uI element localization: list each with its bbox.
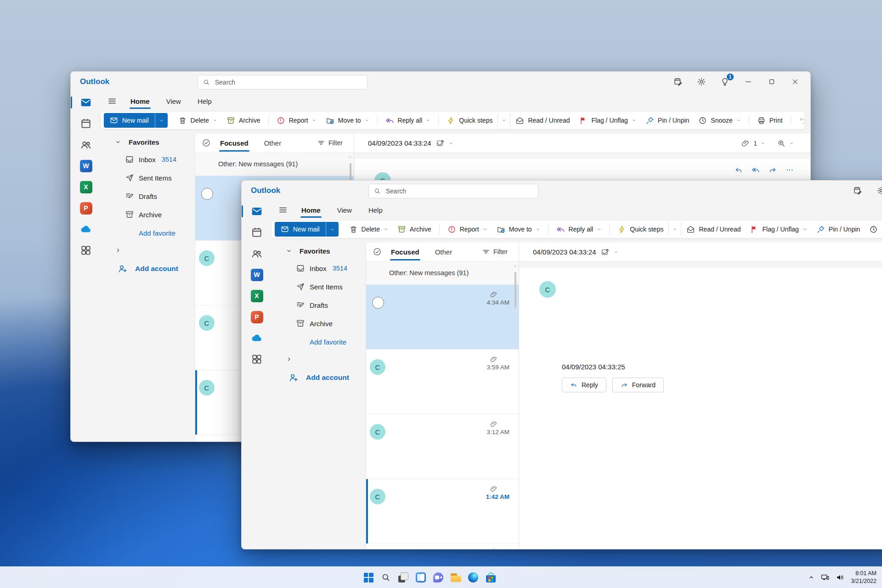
chevron-down-icon[interactable] — [449, 141, 453, 146]
reply-all-icon[interactable] — [752, 166, 760, 174]
message-row[interactable]: C 3:59 AM — [366, 350, 519, 414]
pin-unpin-button[interactable]: Pin / Unpin — [641, 113, 693, 127]
tab-focused[interactable]: Focused — [219, 138, 249, 148]
task-view-icon[interactable] — [398, 572, 409, 583]
folder-inbox[interactable]: Inbox 3514 — [272, 259, 366, 277]
quick-steps-button[interactable]: Quick steps — [613, 222, 667, 236]
hamburger-menu-button[interactable] — [107, 96, 117, 106]
favorites-header[interactable]: Favorites — [101, 134, 195, 150]
menu-home[interactable]: Home — [130, 96, 151, 107]
move-to-button[interactable]: Move to — [492, 222, 544, 236]
sender-avatar[interactable]: C — [199, 315, 215, 331]
reply-button[interactable]: Reply — [562, 378, 606, 392]
new-mail-button[interactable]: New mail — [104, 113, 168, 128]
delete-button[interactable]: Delete — [345, 222, 392, 236]
new-mail-dropdown-chevron[interactable] — [326, 222, 339, 237]
sender-avatar[interactable]: C — [199, 250, 215, 266]
flag-unflag-button[interactable]: Flag / Unflag — [575, 113, 640, 127]
widgets-icon[interactable] — [415, 572, 426, 583]
quick-steps-dropdown-chevron[interactable] — [498, 113, 510, 127]
add-favorite-link[interactable]: Add favorite — [272, 333, 366, 351]
rail-people-icon[interactable] — [242, 243, 272, 264]
search-field[interactable] — [385, 187, 533, 195]
snooze-button[interactable]: Snooze — [694, 113, 745, 127]
menu-view[interactable]: View — [336, 204, 353, 216]
message-row-partial[interactable]: C — [366, 544, 519, 549]
archive-button[interactable]: Archive — [393, 222, 435, 236]
flag-unflag-button[interactable]: Flag / Unflag — [746, 222, 811, 236]
add-favorite-link[interactable]: Add favorite — [101, 224, 195, 242]
menu-view[interactable]: View — [165, 96, 182, 107]
rail-excel-icon[interactable]: X — [71, 176, 101, 198]
menu-help[interactable]: Help — [197, 96, 213, 107]
search-field[interactable] — [214, 78, 362, 86]
select-all-icon[interactable] — [202, 138, 211, 147]
quick-steps-dropdown-chevron[interactable] — [668, 222, 681, 236]
folder-drafts[interactable]: Drafts — [101, 187, 195, 205]
message-row-selected[interactable]: 4:34 AM — [366, 285, 519, 350]
rail-powerpoint-icon[interactable]: P — [71, 198, 101, 219]
tab-other[interactable]: Other — [434, 247, 453, 257]
favorites-header[interactable]: Favorites — [272, 243, 366, 259]
expand-folders-chevron[interactable] — [101, 242, 195, 259]
forward-icon[interactable] — [769, 166, 777, 174]
menu-home[interactable]: Home — [300, 204, 322, 216]
inbox-check-icon[interactable] — [601, 248, 609, 256]
archive-button[interactable]: Archive — [222, 113, 265, 127]
close-button[interactable] — [790, 77, 800, 87]
attachment-paperclip-icon[interactable] — [741, 139, 750, 147]
delete-button[interactable]: Delete — [174, 113, 221, 127]
select-all-icon[interactable] — [373, 247, 382, 256]
zoom-icon[interactable] — [777, 139, 786, 147]
add-account-button[interactable]: Add account — [101, 259, 195, 279]
folder-sent-items[interactable]: Sent Items — [272, 277, 366, 296]
network-icon[interactable] — [820, 573, 830, 582]
volume-icon[interactable] — [836, 573, 845, 582]
more-actions-icon[interactable] — [786, 166, 794, 174]
other-messages-banner[interactable]: Other: New messages (91) — [195, 153, 354, 176]
rail-excel-icon[interactable]: X — [242, 285, 272, 306]
tips-lightbulb-icon[interactable]: 1 — [720, 77, 730, 87]
inbox-check-icon[interactable] — [436, 139, 444, 147]
sender-avatar[interactable]: C — [370, 424, 385, 440]
reply-all-button[interactable]: Reply all — [381, 113, 435, 127]
rail-people-icon[interactable] — [71, 134, 101, 155]
read-unread-button[interactable]: Read / Unread — [511, 113, 574, 127]
folder-inbox[interactable]: Inbox 3514 — [101, 150, 195, 169]
chevron-down-icon[interactable] — [761, 141, 765, 146]
tab-other[interactable]: Other — [263, 138, 283, 148]
send-later-icon[interactable] — [673, 77, 683, 87]
pin-unpin-button[interactable]: Pin / Unpin — [812, 222, 864, 236]
folder-archive[interactable]: Archive — [272, 314, 366, 333]
search-input[interactable] — [368, 184, 538, 198]
scrollbar-thumb[interactable] — [514, 272, 516, 308]
folder-sent-items[interactable]: Sent Items — [101, 169, 195, 187]
report-button[interactable]: Report — [443, 222, 492, 236]
sender-avatar[interactable]: C — [199, 380, 215, 396]
hidden-icons-chevron[interactable] — [808, 574, 814, 581]
other-messages-banner[interactable]: Other: New messages (91) — [366, 261, 519, 285]
chevron-down-icon[interactable] — [789, 141, 794, 146]
add-account-button[interactable]: Add account — [272, 368, 366, 388]
expand-folders-chevron[interactable] — [272, 351, 366, 368]
snooze-button[interactable]: Snooze — [865, 222, 882, 236]
report-button[interactable]: Report — [272, 113, 321, 127]
search-input[interactable] — [198, 75, 368, 90]
rail-onedrive-icon[interactable] — [242, 328, 272, 349]
hamburger-menu-button[interactable] — [278, 205, 288, 215]
rail-word-icon[interactable]: W — [242, 264, 272, 285]
rail-calendar-icon[interactable] — [71, 113, 101, 134]
edge-browser-icon[interactable] — [468, 572, 479, 583]
reply-icon[interactable] — [735, 166, 743, 174]
move-to-button[interactable]: Move to — [322, 113, 373, 127]
rail-onedrive-icon[interactable] — [71, 219, 101, 240]
rail-powerpoint-icon[interactable]: P — [242, 306, 272, 328]
taskbar-search-icon[interactable] — [380, 572, 391, 583]
forward-button[interactable]: Forward — [612, 378, 664, 392]
folder-drafts[interactable]: Drafts — [272, 296, 366, 314]
taskbar-clock[interactable]: 8:01 AM 3/21/2022 — [851, 570, 876, 585]
new-mail-button[interactable]: New mail — [275, 222, 339, 237]
message-row-unread[interactable]: C 1:42 AM — [366, 479, 519, 544]
message-row[interactable]: C 3:12 AM — [366, 414, 519, 479]
new-mail-dropdown-chevron[interactable] — [155, 113, 168, 128]
